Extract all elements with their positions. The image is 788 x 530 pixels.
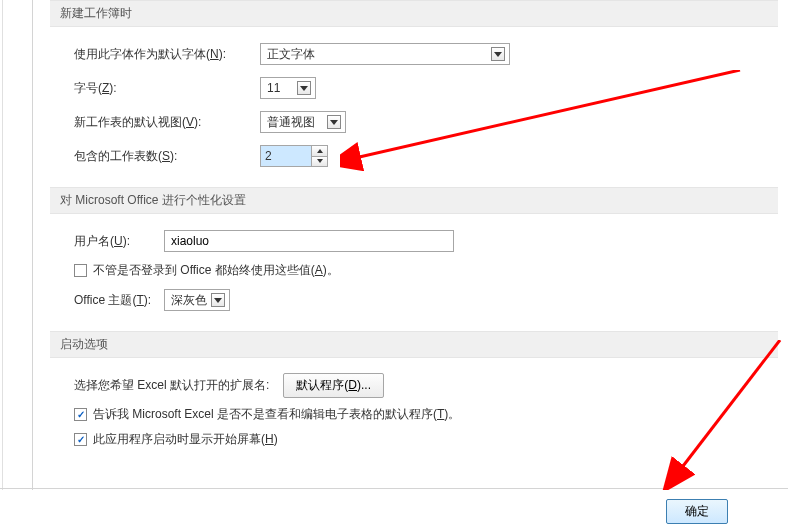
label-extensions: 选择您希望 Excel 默认打开的扩展名: bbox=[74, 377, 269, 394]
select-value: 普通视图 bbox=[267, 114, 315, 131]
left-divider bbox=[2, 0, 3, 490]
row-theme: Office 主题(T): 深灰色 bbox=[74, 287, 754, 313]
spinner-down[interactable] bbox=[312, 157, 327, 167]
spinner-value: 2 bbox=[261, 146, 311, 166]
checkbox-tell-me[interactable]: ✓ bbox=[74, 408, 87, 421]
section-body-startup: 选择您希望 Excel 默认打开的扩展名: 默认程序(D)... ✓ 告诉我 M… bbox=[50, 358, 778, 466]
row-default-view: 新工作表的默认视图(V): 普通视图 bbox=[74, 109, 754, 135]
select-value: 正文字体 bbox=[267, 46, 315, 63]
row-show-start: ✓ 此应用程序启动时显示开始屏幕(H) bbox=[74, 431, 754, 448]
label-tell-me: 告诉我 Microsoft Excel 是否不是查看和编辑电子表格的默认程序(T… bbox=[93, 406, 460, 423]
checkbox-always-use[interactable] bbox=[74, 264, 87, 277]
section-header-new-workbook: 新建工作簿时 bbox=[50, 0, 778, 27]
row-tell-me: ✓ 告诉我 Microsoft Excel 是否不是查看和编辑电子表格的默认程序… bbox=[74, 406, 754, 423]
section-body-personalize: 用户名(U): 不管是否登录到 Office 都始终使用这些值(A)。 Offi… bbox=[50, 214, 778, 331]
label-username: 用户名(U): bbox=[74, 233, 164, 250]
label-default-font: 使用此字体作为默认字体(N): bbox=[74, 46, 260, 63]
bottom-divider bbox=[0, 488, 788, 489]
options-panel: 新建工作簿时 使用此字体作为默认字体(N): 正文字体 字号(Z): 11 新工… bbox=[50, 0, 778, 466]
label-always-use: 不管是否登录到 Office 都始终使用这些值(A)。 bbox=[93, 262, 339, 279]
spinner-up[interactable] bbox=[312, 146, 327, 157]
checkbox-show-start[interactable]: ✓ bbox=[74, 433, 87, 446]
dropdown-icon bbox=[491, 47, 505, 61]
row-extensions: 选择您希望 Excel 默认打开的扩展名: 默认程序(D)... bbox=[74, 372, 754, 398]
select-font-size[interactable]: 11 bbox=[260, 77, 316, 99]
section-body-new-workbook: 使用此字体作为默认字体(N): 正文字体 字号(Z): 11 新工作表的默认视图… bbox=[50, 27, 778, 187]
label-default-view: 新工作表的默认视图(V): bbox=[74, 114, 260, 131]
select-theme[interactable]: 深灰色 bbox=[164, 289, 230, 311]
label-theme: Office 主题(T): bbox=[74, 292, 164, 309]
dropdown-icon bbox=[327, 115, 341, 129]
dropdown-icon bbox=[211, 293, 225, 307]
dropdown-icon bbox=[297, 81, 311, 95]
label-sheet-count: 包含的工作表数(S): bbox=[74, 148, 260, 165]
label-font-size: 字号(Z): bbox=[74, 80, 260, 97]
spinner-sheet-count[interactable]: 2 bbox=[260, 145, 328, 167]
ok-button[interactable]: 确定 bbox=[666, 499, 728, 524]
row-username: 用户名(U): bbox=[74, 228, 754, 254]
row-font-size: 字号(Z): 11 bbox=[74, 75, 754, 101]
select-default-font[interactable]: 正文字体 bbox=[260, 43, 510, 65]
input-username[interactable] bbox=[164, 230, 454, 252]
button-default-programs[interactable]: 默认程序(D)... bbox=[283, 373, 384, 398]
row-default-font: 使用此字体作为默认字体(N): 正文字体 bbox=[74, 41, 754, 67]
select-default-view[interactable]: 普通视图 bbox=[260, 111, 346, 133]
select-value: 11 bbox=[267, 81, 280, 95]
section-header-startup: 启动选项 bbox=[50, 331, 778, 358]
row-always-use: 不管是否登录到 Office 都始终使用这些值(A)。 bbox=[74, 262, 754, 279]
spinner-buttons bbox=[311, 146, 327, 166]
label-show-start: 此应用程序启动时显示开始屏幕(H) bbox=[93, 431, 278, 448]
section-header-personalize: 对 Microsoft Office 进行个性化设置 bbox=[50, 187, 778, 214]
select-value: 深灰色 bbox=[171, 292, 207, 309]
row-sheet-count: 包含的工作表数(S): 2 bbox=[74, 143, 754, 169]
